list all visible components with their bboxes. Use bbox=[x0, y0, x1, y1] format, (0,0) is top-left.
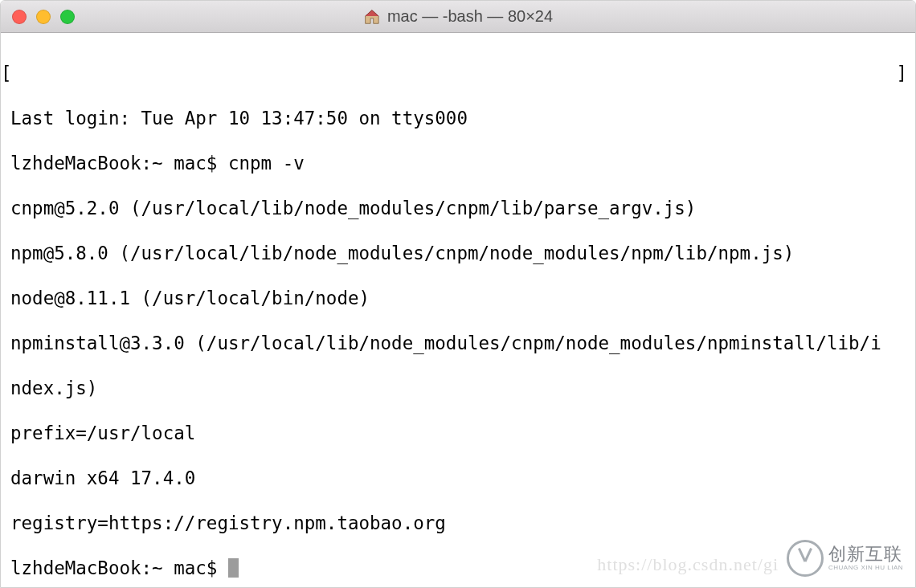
traffic-lights bbox=[1, 10, 75, 24]
watermark-logo: 创新互联 CHUANG XIN HU LIAN bbox=[787, 534, 915, 582]
maximize-button[interactable] bbox=[60, 10, 75, 24]
terminal-line: npminstall@3.3.0 (/usr/local/lib/node_mo… bbox=[10, 332, 906, 354]
terminal-line: darwin x64 17.4.0 bbox=[10, 467, 906, 489]
terminal-line: prefix=/usr/local bbox=[10, 422, 906, 444]
logo-icon bbox=[787, 540, 824, 577]
terminal-line: npm@5.8.0 (/usr/local/lib/node_modules/c… bbox=[10, 242, 906, 264]
terminal-line: ndex.js) bbox=[10, 377, 906, 399]
terminal-body[interactable]: [ ] Last login: Tue Apr 10 13:47:50 on t… bbox=[1, 33, 915, 587]
terminal-window: mac — -bash — 80×24 [ ] Last login: Tue … bbox=[0, 0, 916, 588]
window-title: mac — -bash — 80×24 bbox=[387, 7, 553, 26]
terminal-line: Last login: Tue Apr 10 13:47:50 on ttys0… bbox=[10, 107, 906, 129]
window-title-container: mac — -bash — 80×24 bbox=[363, 7, 553, 26]
logo-en-text: CHUANG XIN HU LIAN bbox=[828, 565, 903, 571]
terminal-line: lzhdeMacBook:~ mac$ cnpm -v bbox=[10, 152, 906, 174]
terminal-line: registry=https://registry.npm.taobao.org bbox=[10, 512, 906, 534]
home-icon bbox=[363, 8, 381, 26]
titlebar[interactable]: mac — -bash — 80×24 bbox=[1, 1, 915, 33]
logo-cn-text: 创新互联 bbox=[828, 545, 903, 563]
prompt-left-bracket: [ bbox=[1, 62, 12, 84]
cursor bbox=[228, 558, 239, 578]
watermark-url: https://blog.csdn.net/gi bbox=[597, 553, 779, 576]
logo-text: 创新互联 CHUANG XIN HU LIAN bbox=[828, 545, 903, 571]
terminal-line: cnpm@5.2.0 (/usr/local/lib/node_modules/… bbox=[10, 197, 906, 219]
minimize-button[interactable] bbox=[36, 10, 51, 24]
prompt-right-bracket: ] bbox=[896, 62, 907, 84]
terminal-prompt: lzhdeMacBook:~ mac$ bbox=[10, 557, 228, 578]
close-button[interactable] bbox=[12, 10, 27, 24]
terminal-line: node@8.11.1 (/usr/local/bin/node) bbox=[10, 287, 906, 309]
